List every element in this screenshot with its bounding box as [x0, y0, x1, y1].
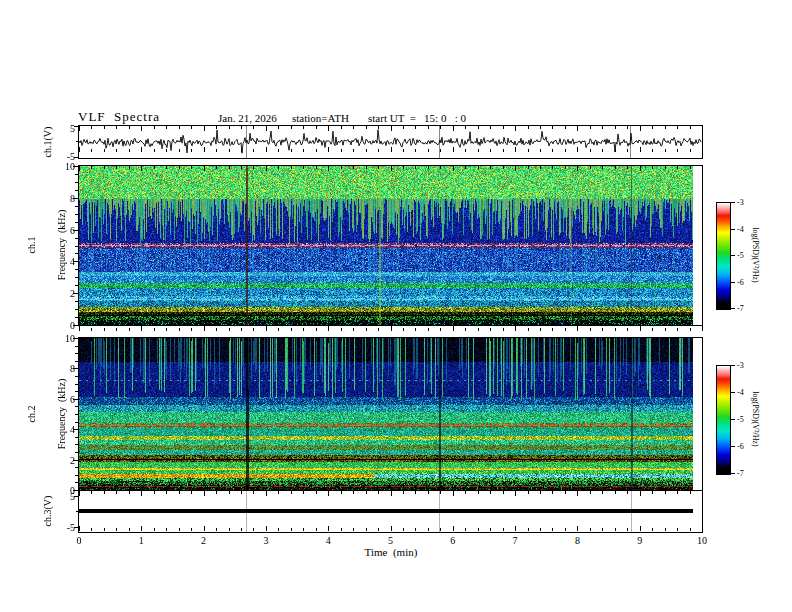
- x-tick-mark: [154, 338, 155, 341]
- y-tick-mark: [75, 361, 78, 362]
- x-tick-mark: [453, 338, 454, 343]
- x-tick-mark: [291, 338, 292, 341]
- x-tick-mark: [278, 338, 279, 341]
- x-tick-mark: [378, 528, 379, 531]
- x-tick-mark: [552, 338, 553, 341]
- y-tick-mark: [75, 309, 78, 310]
- x-tick-mark: [503, 149, 504, 152]
- x-tick-mark: [540, 528, 541, 531]
- ch1v-axis-label: ch.1(V): [42, 127, 53, 158]
- x-tick-label: 2: [201, 535, 206, 546]
- x-tick-mark: [266, 491, 267, 496]
- colorbar-tick-label: -5: [737, 251, 744, 260]
- x-tick-mark: [216, 328, 217, 331]
- x-tick-mark: [590, 338, 591, 341]
- x-tick-mark: [690, 328, 691, 331]
- colorbar-tick-mark: [730, 308, 735, 309]
- colorbar-tick-label: -4: [737, 225, 744, 234]
- x-tick-mark: [316, 328, 317, 331]
- x-tick-mark: [652, 528, 653, 531]
- x-tick-mark: [391, 166, 392, 171]
- x-tick-mark: [665, 149, 666, 152]
- x-tick-mark: [415, 528, 416, 531]
- x-tick-mark: [702, 147, 703, 152]
- x-tick-mark: [141, 491, 142, 496]
- x-tick-mark: [677, 491, 678, 494]
- x-tick-mark: [577, 147, 578, 152]
- x-tick-mark: [328, 338, 329, 343]
- x-tick-mark: [640, 491, 641, 496]
- x-tick-mark: [179, 528, 180, 531]
- x-tick-mark: [640, 338, 641, 343]
- x-tick-mark: [453, 326, 454, 331]
- x-tick-mark: [615, 328, 616, 331]
- x-tick-mark: [378, 328, 379, 331]
- y-tick-label: -5: [67, 151, 75, 162]
- x-tick-mark: [602, 328, 603, 331]
- colorbar-tick-label: -3: [737, 361, 744, 370]
- x-tick-mark: [166, 338, 167, 341]
- x-tick-mark: [515, 338, 516, 343]
- x-tick-mark: [615, 491, 616, 494]
- x-tick-mark: [540, 491, 541, 494]
- x-tick-mark: [677, 328, 678, 331]
- colorbar-tick-mark: [730, 229, 735, 230]
- x-tick-mark: [303, 491, 304, 494]
- ch1-spectrogram-canvas: [79, 166, 693, 325]
- colorbar-tick-mark: [730, 282, 735, 283]
- x-tick-mark: [428, 166, 429, 169]
- x-tick-mark: [440, 528, 441, 531]
- time-axis-label: Time (min): [365, 546, 418, 558]
- x-tick-mark: [391, 338, 392, 343]
- x-tick-mark: [528, 149, 529, 152]
- x-tick-mark: [690, 528, 691, 531]
- x-tick-mark: [129, 328, 130, 331]
- x-tick-mark: [465, 126, 466, 129]
- x-tick-label: 9: [637, 535, 642, 546]
- x-tick-mark: [403, 528, 404, 531]
- y-tick-mark: [75, 269, 78, 270]
- x-tick-mark: [328, 147, 329, 152]
- x-tick-mark: [490, 126, 491, 129]
- x-tick-mark: [453, 126, 454, 131]
- x-tick-mark: [116, 338, 117, 341]
- x-tick-mark: [528, 126, 529, 129]
- x-tick-mark: [702, 126, 703, 131]
- x-tick-mark: [490, 328, 491, 331]
- x-tick-mark: [590, 166, 591, 169]
- x-tick-mark: [166, 328, 167, 331]
- x-tick-mark: [565, 328, 566, 331]
- x-tick-mark: [79, 326, 80, 331]
- x-tick-mark: [253, 491, 254, 494]
- x-tick-mark: [353, 126, 354, 129]
- x-tick-mark: [179, 491, 180, 494]
- x-tick-mark: [303, 528, 304, 531]
- x-tick-mark: [415, 491, 416, 494]
- x-tick-mark: [266, 326, 267, 331]
- x-tick-mark: [677, 166, 678, 169]
- x-tick-mark: [391, 491, 392, 496]
- x-tick-mark: [440, 126, 441, 129]
- x-tick-mark: [353, 491, 354, 494]
- x-tick-mark: [478, 166, 479, 169]
- x-tick-mark: [403, 328, 404, 331]
- x-tick-mark: [652, 338, 653, 341]
- x-tick-mark: [104, 126, 105, 129]
- x-tick-mark: [503, 491, 504, 494]
- x-tick-mark: [91, 328, 92, 331]
- x-tick-mark: [291, 528, 292, 531]
- y-tick-mark: [75, 317, 78, 318]
- ch1-spectrogram-panel: [78, 165, 703, 326]
- x-tick-mark: [540, 126, 541, 129]
- x-tick-mark: [565, 149, 566, 152]
- x-tick-label: 3: [263, 535, 268, 546]
- x-tick-mark: [528, 338, 529, 341]
- colorbar-tick-mark: [730, 202, 735, 203]
- x-tick-mark: [91, 166, 92, 169]
- y-tick-label: 2: [70, 288, 75, 299]
- y-tick-mark: [75, 406, 78, 407]
- x-tick-mark: [91, 126, 92, 129]
- x-tick-mark: [341, 328, 342, 331]
- x-tick-mark: [453, 491, 454, 496]
- x-tick-mark: [627, 149, 628, 152]
